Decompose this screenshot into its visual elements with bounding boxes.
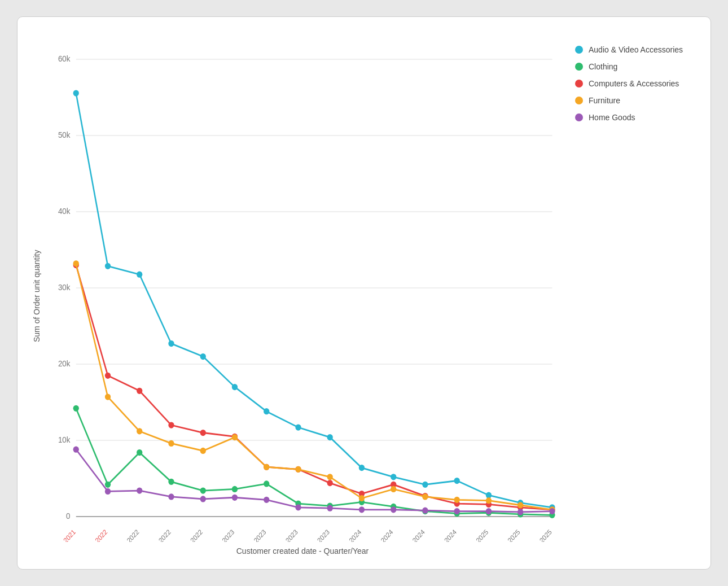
furniture-dot: [422, 493, 428, 500]
home-goods-dot: [391, 506, 396, 513]
plot-wrapper: 0 10k 20k 30k 40k 50k 60k Q4 2021 Q1 202…: [41, 34, 564, 558]
svg-text:Q3 2023: Q3 2023: [277, 528, 299, 542]
furniture-dot: [454, 497, 460, 503]
svg-text:Q1 2025: Q1 2025: [467, 528, 490, 542]
audio-video-dot: [327, 434, 333, 440]
legend-item-furniture: Furniture: [575, 96, 699, 105]
legend-dot-clothing: [575, 63, 583, 71]
svg-text:Q2 2023: Q2 2023: [245, 528, 267, 542]
computers-dot: [168, 422, 174, 428]
clothing-dot: [168, 479, 174, 485]
home-goods-dot: [327, 505, 333, 511]
home-goods-dot: [105, 488, 111, 495]
svg-text:Q1 2023: Q1 2023: [213, 528, 236, 542]
home-goods-dot: [73, 447, 79, 453]
home-goods-dot: [168, 493, 174, 500]
svg-text:Q3 2025: Q3 2025: [530, 528, 553, 542]
computers-dot: [200, 430, 206, 436]
furniture-dot: [232, 434, 238, 440]
legend-item-homegoods: Home Goods: [575, 113, 699, 122]
furniture-dot: [200, 448, 206, 454]
home-goods-dot: [454, 508, 460, 514]
svg-text:Q1 2024: Q1 2024: [340, 528, 363, 542]
legend-label-clothing: Clothing: [589, 62, 617, 71]
furniture-dot: [105, 393, 111, 400]
home-goods-dot: [486, 508, 492, 514]
legend-dot-homegoods: [575, 113, 583, 121]
svg-text:Q2 2025: Q2 2025: [499, 528, 521, 542]
furniture-dot: [486, 497, 492, 504]
svg-text:Q4 2024: Q4 2024: [436, 528, 458, 542]
legend-label-computers: Computers & Accessories: [589, 79, 679, 88]
audio-video-dot: [137, 272, 142, 278]
clothing-dot: [264, 480, 269, 487]
furniture-line: [76, 264, 552, 510]
audio-video-dot: [200, 353, 206, 360]
svg-text:Q3 2022: Q3 2022: [150, 528, 172, 542]
legend-label-homegoods: Home Goods: [589, 113, 635, 122]
y-axis-label: Sum of Order unit quantity: [29, 34, 41, 558]
legend-item-computers: Computers & Accessories: [575, 79, 699, 88]
svg-text:Q3 2024: Q3 2024: [404, 528, 426, 542]
svg-text:Q4 2021: Q4 2021: [55, 528, 77, 542]
line-chart-svg: 0 10k 20k 30k 40k 50k 60k Q4 2021 Q1 202…: [41, 34, 564, 542]
plot-and-legend: 0 10k 20k 30k 40k 50k 60k Q4 2021 Q1 202…: [41, 34, 699, 558]
computers-dot: [105, 373, 111, 379]
furniture-dot: [295, 466, 301, 473]
audio-video-dot: [232, 384, 238, 390]
home-goods-dot: [359, 506, 365, 513]
home-goods-dot: [518, 509, 523, 515]
legend-dot-computers: [575, 80, 583, 88]
legend-dot-furniture: [575, 97, 583, 104]
legend-label-audio: Audio & Video Accessories: [589, 45, 683, 54]
audio-video-dot: [168, 340, 174, 347]
legend-label-furniture: Furniture: [589, 96, 620, 105]
furniture-dot: [391, 486, 396, 492]
audio-video-dot: [295, 424, 301, 430]
clothing-dot: [232, 486, 238, 492]
clothing-line: [76, 408, 552, 515]
chart-container: Sum of Order unit quantity 0: [17, 16, 711, 570]
furniture-dot: [327, 474, 333, 480]
legend: Audio & Video Accessories Clothing Compu…: [564, 34, 699, 558]
audio-video-dot: [422, 482, 428, 488]
clothing-dot: [137, 449, 142, 456]
audio-video-dot: [391, 474, 396, 480]
furniture-dot: [168, 440, 174, 447]
svg-text:Q4 2022: Q4 2022: [182, 528, 204, 542]
furniture-dot: [518, 502, 523, 508]
audio-video-dot: [454, 478, 460, 484]
home-goods-dot: [549, 508, 555, 514]
svg-text:0: 0: [66, 511, 71, 521]
svg-text:40k: 40k: [58, 207, 71, 216]
home-goods-dot: [200, 496, 206, 502]
svg-text:50k: 50k: [58, 130, 71, 140]
legend-item-audio: Audio & Video Accessories: [575, 45, 699, 54]
furniture-dot: [73, 260, 79, 266]
audio-video-dot: [73, 90, 79, 96]
furniture-dot: [137, 428, 142, 434]
home-goods-dot: [422, 508, 428, 514]
clothing-dot: [105, 482, 111, 488]
audio-video-dot: [105, 263, 111, 269]
audio-video-dot: [359, 465, 365, 471]
svg-text:Q2 2022: Q2 2022: [118, 528, 141, 542]
legend-dot-audio: [575, 46, 583, 54]
svg-text:10k: 10k: [58, 435, 71, 445]
furniture-dot: [359, 495, 365, 501]
chart-area: Sum of Order unit quantity 0: [29, 34, 699, 558]
legend-item-clothing: Clothing: [575, 62, 699, 71]
audio-video-dot: [264, 408, 269, 414]
svg-text:Q2 2024: Q2 2024: [372, 528, 394, 542]
svg-text:60k: 60k: [58, 54, 71, 64]
clothing-dot: [200, 487, 206, 493]
computers-dot: [137, 388, 142, 394]
furniture-dot: [264, 464, 269, 470]
clothing-dot: [73, 405, 79, 412]
x-axis-label: Customer created date - Quarter/Year: [41, 546, 564, 558]
home-goods-dot: [232, 495, 238, 501]
home-goods-dot: [137, 487, 142, 493]
computers-dot: [327, 480, 333, 486]
audio-video-line: [76, 93, 552, 508]
svg-text:Q1 2022: Q1 2022: [86, 528, 109, 542]
